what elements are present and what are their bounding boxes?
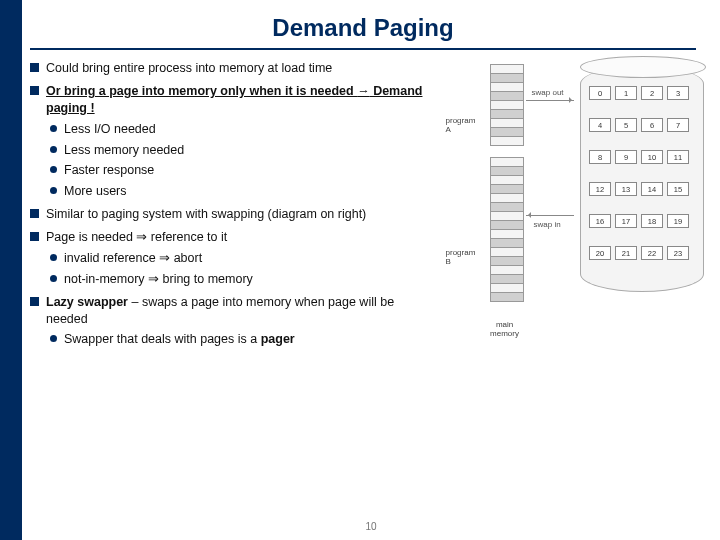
- bullet-3: Similar to paging system with swapping (…: [28, 206, 424, 223]
- bullet-4-text: Page is needed ⇒ reference to it: [46, 230, 227, 244]
- page-box: 19: [667, 214, 689, 228]
- disk-row-0: 0 1 2 3: [589, 86, 697, 100]
- bullet-5-sub-1: Swapper that deals with pages is a pager: [46, 331, 424, 348]
- page-box: 12: [589, 182, 611, 196]
- text-column: Could bring entire process into memory a…: [28, 60, 424, 360]
- bullet-5: Lazy swapper – swaps a page into memory …: [28, 294, 424, 349]
- page-box: 18: [641, 214, 663, 228]
- bullet-2-sub-4: More users: [46, 183, 424, 200]
- page-number: 10: [365, 521, 376, 532]
- page-box: 1: [615, 86, 637, 100]
- page-box: 7: [667, 118, 689, 132]
- page-box: 8: [589, 150, 611, 164]
- bullet-5-term: Lazy swapper: [46, 295, 128, 309]
- page-box: 10: [641, 150, 663, 164]
- page-box: 17: [615, 214, 637, 228]
- page-box: 0: [589, 86, 611, 100]
- arrow-swap-in-icon: [526, 215, 574, 216]
- page-box: 5: [615, 118, 637, 132]
- bullet-5-sub-1-term: pager: [261, 332, 295, 346]
- bullet-2-sublist: Less I/O needed Less memory needed Faste…: [46, 121, 424, 201]
- bullet-5-sub-1-text: Swapper that deals with pages is a: [64, 332, 261, 346]
- page-box: 14: [641, 182, 663, 196]
- bullet-4-sub-2: not-in-memory ⇒ bring to memory: [46, 271, 424, 288]
- page-box: 23: [667, 246, 689, 260]
- diagram-column: program A program B main memory 0 1 2 3 …: [424, 60, 710, 360]
- page-box: 3: [667, 86, 689, 100]
- arrow-right-icon: →: [357, 84, 370, 98]
- page-box: 9: [615, 150, 637, 164]
- bullet-5-sublist: Swapper that deals with pages is a pager: [46, 331, 424, 348]
- bullet-2-sub-3: Faster response: [46, 162, 424, 179]
- disk-row-5: 20 21 22 23: [589, 246, 697, 260]
- bullet-2: Or bring a page into memory only when it…: [28, 83, 424, 200]
- label-swap-out: swap out: [532, 88, 564, 97]
- page-box: 21: [615, 246, 637, 260]
- arrow-swap-out-icon: [526, 100, 574, 101]
- page-box: 20: [589, 246, 611, 260]
- swap-diagram: program A program B main memory 0 1 2 3 …: [428, 60, 710, 360]
- page-box: 2: [641, 86, 663, 100]
- bullet-4-sublist: invalid reference ⇒ abort not-in-memory …: [46, 250, 424, 288]
- bullet-2-sub-1: Less I/O needed: [46, 121, 424, 138]
- disk-row-4: 16 17 18 19: [589, 214, 697, 228]
- memory-column: [490, 64, 524, 301]
- bullet-4: Page is needed ⇒ reference to it invalid…: [28, 229, 424, 288]
- bullet-4-sub-1: invalid reference ⇒ abort: [46, 250, 424, 267]
- label-swap-in: swap in: [534, 220, 561, 229]
- disk-row-1: 4 5 6 7: [589, 118, 697, 132]
- page-box: 15: [667, 182, 689, 196]
- page-title: Demand Paging: [30, 0, 696, 50]
- bullet-2-sub-2: Less memory needed: [46, 142, 424, 159]
- page-box: 22: [641, 246, 663, 260]
- content: Could bring entire process into memory a…: [22, 60, 720, 360]
- page-box: 11: [667, 150, 689, 164]
- disk-icon: 0 1 2 3 4 5 6 7 8 9 10 11: [580, 66, 704, 292]
- label-program-b: program B: [446, 248, 476, 266]
- disk-row-2: 8 9 10 11: [589, 150, 697, 164]
- bullet-2-text-a: Or bring a page into memory only when it…: [46, 84, 357, 98]
- page-box: 4: [589, 118, 611, 132]
- label-program-a: program A: [446, 116, 476, 134]
- page-box: 13: [615, 182, 637, 196]
- bullet-1: Could bring entire process into memory a…: [28, 60, 424, 77]
- label-main-memory: main memory: [470, 320, 540, 338]
- page-box: 6: [641, 118, 663, 132]
- bullet-list: Could bring entire process into memory a…: [28, 60, 424, 348]
- disk-row-3: 12 13 14 15: [589, 182, 697, 196]
- page-box: 16: [589, 214, 611, 228]
